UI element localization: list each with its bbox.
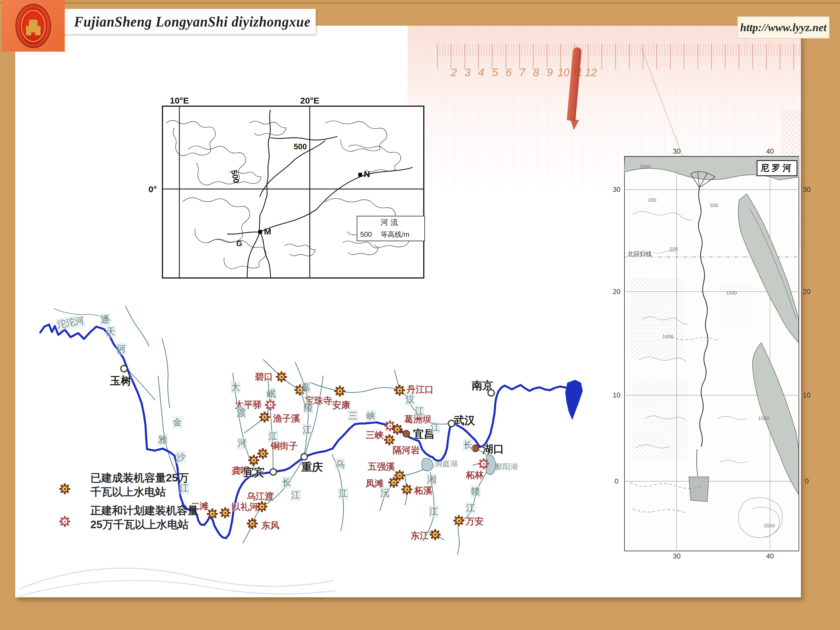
corner-swoosh-decoration <box>16 543 337 598</box>
point-n-marker <box>358 173 362 177</box>
gear-core <box>267 401 274 409</box>
point-g-label: G <box>236 239 242 248</box>
nile-lat-tick: 20 <box>803 287 811 296</box>
city-label: 玉树 <box>110 374 131 388</box>
river-name: 江 <box>430 422 441 434</box>
school-url-box[interactable]: http://www.lyyz.net <box>737 16 829 38</box>
station-marker-built <box>259 412 270 423</box>
river-name: 江 <box>291 489 301 501</box>
nile-lat-tick: 10 <box>613 391 621 399</box>
gear-core <box>336 388 344 395</box>
river-name: 湘 <box>427 474 437 486</box>
station-label: 安康 <box>332 399 350 411</box>
city-label: 武汉 <box>453 413 475 428</box>
station-label: 东江 <box>411 530 429 542</box>
station-label: 东风 <box>261 519 279 532</box>
top-border-line <box>0 2 840 4</box>
station-label: 隔河岩 <box>393 444 420 456</box>
gear-core <box>209 510 216 518</box>
city-marker <box>403 430 410 437</box>
station-marker-built <box>401 484 412 495</box>
station-marker-built <box>394 385 405 396</box>
nile-lat-tick: 10 <box>803 391 811 399</box>
nile-map: 尼罗河 北回归线 3030404030302020101000200020050… <box>624 156 799 551</box>
station-marker-built <box>219 507 231 518</box>
gear-core <box>390 479 398 486</box>
gear-core <box>278 373 285 381</box>
city-label: 湖口 <box>482 442 504 456</box>
tropic-of-cancer-label: 北回归线 <box>627 250 653 258</box>
school-name: FujianSheng LongyanShi diyizhongxue <box>74 13 311 30</box>
river-name: 江 <box>302 424 313 436</box>
station-marker-planned <box>265 399 276 411</box>
nile-title: 尼罗河 <box>760 163 794 173</box>
city-marker <box>120 365 128 373</box>
station-marker-built <box>429 529 441 540</box>
nile-elevation-label: 1000 <box>758 415 769 422</box>
nile-elevation-label: 200 <box>648 197 656 203</box>
lake-label: 鄱阳湖 <box>495 462 518 472</box>
gear-core <box>259 450 267 457</box>
contour-500-label: 500 <box>294 142 307 152</box>
city-label: 宜宾 <box>243 465 265 480</box>
station-marker-built <box>453 515 464 526</box>
river-name: 江 <box>414 405 425 417</box>
gear-core <box>250 457 257 464</box>
nile-lat-tick: 0 <box>614 477 618 485</box>
station-label: 三峡 <box>366 429 384 441</box>
nile-lat-tick: 30 <box>613 185 621 194</box>
station-marker-built <box>256 501 267 512</box>
river-name: 江 <box>429 505 439 518</box>
city-label: 南京 <box>472 378 493 393</box>
gear-core <box>249 520 256 527</box>
river-name: 江 <box>268 430 278 442</box>
river-name: 沙 <box>176 451 186 463</box>
river-name: 大 <box>231 381 241 393</box>
nile-lat-tick: 30 <box>803 185 811 194</box>
legend-built-icon <box>59 483 70 494</box>
station-label: 乌江渡 <box>247 490 274 502</box>
river-name: 长 <box>463 439 473 451</box>
river-name: 金 <box>172 416 183 428</box>
school-url: http://www.lyyz.net <box>740 21 827 34</box>
station-marker-planned <box>478 458 489 469</box>
nile-lat-tick: 20 <box>613 287 621 296</box>
lat-label-0: 0° <box>148 184 157 194</box>
river-name: 赣 <box>471 485 481 497</box>
station-marker-built <box>384 434 395 445</box>
lake-label: 洞庭湖 <box>435 459 458 469</box>
header-title-strip: FujianSheng LongyanShi diyizhongxue <box>63 9 316 35</box>
river-name: 长 <box>281 476 292 488</box>
city-marker <box>300 453 308 461</box>
river-name: 乌 <box>335 458 345 471</box>
station-label: 柘溪 <box>414 485 432 497</box>
gear-core <box>403 486 411 493</box>
river-name: 通 <box>100 314 110 326</box>
nile-elevation-label: 2000 <box>764 523 775 529</box>
station-label: 五强溪 <box>368 461 395 473</box>
nile-elevation-label: 1000 <box>662 334 673 340</box>
gear-core <box>480 460 487 467</box>
river-name: 河 <box>116 343 126 355</box>
river-name: 河 <box>237 437 247 450</box>
gear-core <box>432 531 439 538</box>
legend-text-line: 已建成装机容量25万 <box>90 471 189 485</box>
point-m-label: M <box>264 227 271 237</box>
station-marker-built <box>247 518 258 529</box>
nile-lat-tick: 0 <box>805 477 808 485</box>
nile-lon-tick: 40 <box>766 552 774 560</box>
legend-text-line: 25万千瓦以上水电站 <box>90 518 189 532</box>
nile-map-canvas <box>624 156 799 551</box>
point-n-label: N <box>364 169 370 179</box>
river-name: 江 <box>338 487 349 500</box>
lon-label-20e: 20°E <box>300 96 319 106</box>
river-name: 天 <box>106 325 116 338</box>
contour-map-canvas <box>162 106 425 278</box>
point-m-marker <box>258 230 262 234</box>
gear-core <box>61 518 68 525</box>
nile-lon-tick: 40 <box>766 147 774 155</box>
river-name: 嘉 <box>301 381 311 393</box>
legend-contour-value: 500 <box>360 231 377 238</box>
slide-page[interactable]: 23456789101112 FujianSheng LongyanShi di… <box>0 0 840 630</box>
school-logo-block <box>2 0 65 52</box>
